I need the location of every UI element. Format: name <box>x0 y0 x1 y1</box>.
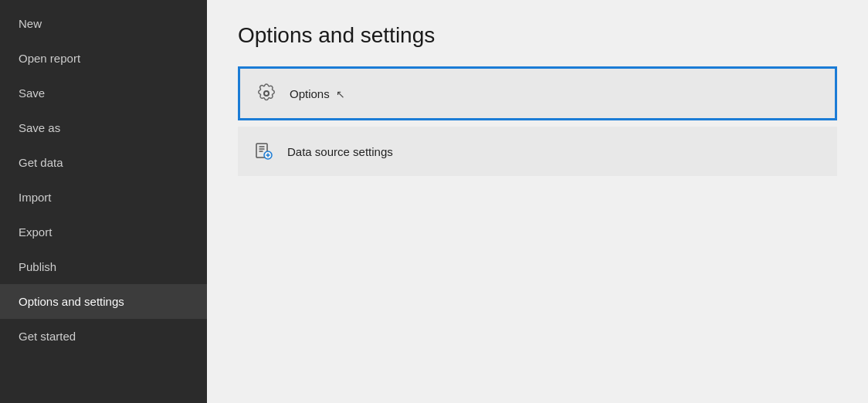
sidebar-item-new[interactable]: New <box>0 6 207 41</box>
sidebar-item-publish[interactable]: Publish <box>0 249 207 284</box>
option-item-data-source-settings[interactable]: Data source settings <box>238 127 837 176</box>
datasource-icon <box>253 141 275 162</box>
sidebar-item-options-and-settings[interactable]: Options and settings <box>0 284 207 319</box>
sidebar-item-open-report[interactable]: Open report <box>0 41 207 76</box>
option-label-options: Options ↖ <box>290 87 345 100</box>
sidebar-item-import[interactable]: Import <box>0 180 207 215</box>
cursor-indicator: ↖ <box>333 88 345 100</box>
page-title: Options and settings <box>238 23 837 48</box>
sidebar-item-get-started[interactable]: Get started <box>0 319 207 354</box>
sidebar-item-save[interactable]: Save <box>0 76 207 110</box>
sidebar-item-export[interactable]: Export <box>0 215 207 249</box>
sidebar-item-save-as[interactable]: Save as <box>0 110 207 145</box>
option-label-data-source-settings: Data source settings <box>287 145 393 158</box>
sidebar: NewOpen reportSaveSave asGet dataImportE… <box>0 0 207 403</box>
options-list: Options ↖ Data source settings <box>238 66 837 182</box>
sidebar-item-get-data[interactable]: Get data <box>0 145 207 180</box>
option-item-options[interactable]: Options ↖ <box>238 66 837 120</box>
main-content: Options and settings Options ↖ Data sour… <box>207 0 868 403</box>
gear-icon <box>256 83 277 104</box>
